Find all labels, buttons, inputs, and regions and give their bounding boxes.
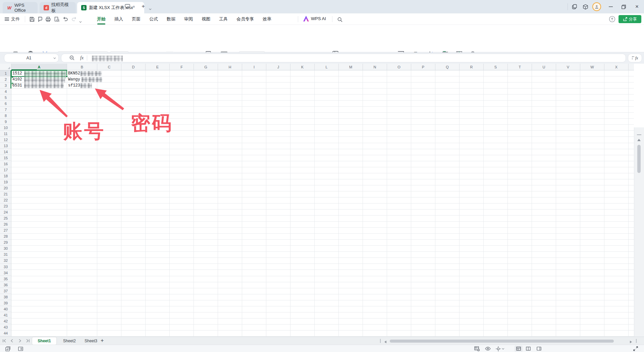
column-header-P[interactable]: P	[411, 64, 435, 70]
row-header-17[interactable]: 17	[0, 167, 11, 173]
row-header-14[interactable]: 14	[0, 149, 11, 155]
page-layout-view-button[interactable]	[526, 346, 531, 351]
row-header-1[interactable]: 1	[0, 70, 11, 76]
first-sheet-icon[interactable]	[2, 338, 7, 343]
column-header-B[interactable]: B	[67, 64, 97, 70]
menu-item-数据[interactable]: 数据	[162, 13, 180, 25]
row-header-11[interactable]: 11	[0, 131, 11, 137]
macro-icon[interactable]	[5, 346, 11, 351]
menu-item-视图[interactable]: 视图	[197, 13, 215, 25]
new-tab-button[interactable]: +	[142, 3, 145, 10]
row-header-21[interactable]: 21	[0, 191, 11, 197]
menu-item-审阅[interactable]: 审阅	[180, 13, 197, 25]
row-header-22[interactable]: 22	[0, 197, 11, 203]
row-header-18[interactable]: 18	[0, 173, 11, 179]
positioning-icon[interactable]	[496, 346, 503, 351]
hscroll-split-handle[interactable]	[380, 339, 381, 343]
row-header-13[interactable]: 13	[0, 143, 11, 149]
row-header-7[interactable]: 7	[0, 107, 11, 113]
row-header-8[interactable]: 8	[0, 113, 11, 119]
row-header-34[interactable]: 34	[0, 270, 11, 276]
sheet-tab-Sheet3[interactable]: Sheet3	[81, 337, 101, 345]
scroll-up-icon[interactable]	[637, 139, 641, 141]
row-header-35[interactable]: 35	[0, 276, 11, 282]
column-header-W[interactable]: W	[580, 64, 604, 70]
formula-bar-expand-button[interactable]: fx	[628, 54, 642, 62]
prev-sheet-icon[interactable]	[9, 338, 14, 343]
scroll-right-icon[interactable]	[630, 339, 632, 345]
column-header-V[interactable]: V	[556, 64, 580, 70]
column-header-I[interactable]: I	[242, 64, 266, 70]
row-header-15[interactable]: 15	[0, 155, 11, 161]
row-header-33[interactable]: 33	[0, 264, 11, 270]
menu-item-插入[interactable]: 插入	[110, 13, 127, 25]
outline-icon[interactable]	[18, 346, 23, 351]
wps-ai-button[interactable]: WPS AI	[303, 16, 326, 21]
sheet-tab-Sheet2[interactable]: Sheet2	[60, 337, 79, 345]
row-header-16[interactable]: 16	[0, 161, 11, 167]
split-handle[interactable]	[637, 134, 641, 135]
column-header-U[interactable]: U	[532, 64, 556, 70]
column-header-X[interactable]: X	[604, 64, 629, 70]
user-avatar[interactable]	[592, 2, 601, 11]
print-preview-icon[interactable]	[53, 15, 60, 23]
minimize-button[interactable]	[606, 3, 616, 11]
app-tab-docer[interactable]: d 找稻壳模板	[40, 2, 76, 13]
undo-icon[interactable]	[62, 15, 69, 23]
cells-area[interactable]: 1512BKN524102Wangy6531sf123	[11, 70, 634, 337]
column-header-C[interactable]: C	[97, 64, 121, 70]
eye-icon[interactable]	[485, 346, 491, 351]
row-header-29[interactable]: 29	[0, 240, 11, 246]
row-header-31[interactable]: 31	[0, 252, 11, 258]
page-break-view-button[interactable]	[537, 346, 541, 351]
normal-view-button[interactable]	[515, 346, 523, 352]
table-settings-icon[interactable]	[474, 346, 480, 351]
menu-item-会员专享[interactable]: 会员专享	[232, 13, 258, 25]
row-header-20[interactable]: 20	[0, 185, 11, 191]
row-header-37[interactable]: 37	[0, 288, 11, 294]
quickbar-chevron-icon[interactable]	[79, 18, 81, 24]
row-header-9[interactable]: 9	[0, 119, 11, 125]
cell-B1[interactable]: BKN52	[68, 71, 80, 76]
row-header-25[interactable]: 25	[0, 216, 11, 222]
column-header-R[interactable]: R	[460, 64, 484, 70]
column-header-D[interactable]: D	[121, 64, 146, 70]
vertical-scroll-thumb[interactable]	[637, 145, 641, 173]
menu-item-页面[interactable]: 页面	[127, 13, 145, 25]
column-header-K[interactable]: K	[290, 64, 315, 70]
cell-B2[interactable]: Wangy	[68, 77, 80, 82]
row-header-36[interactable]: 36	[0, 282, 11, 288]
scroll-left-icon[interactable]	[384, 339, 386, 345]
workspace-icon[interactable]	[570, 3, 580, 11]
print-icon[interactable]	[44, 15, 52, 23]
row-header-30[interactable]: 30	[0, 246, 11, 252]
select-all-corner[interactable]	[0, 64, 11, 70]
horizontal-scroll-thumb[interactable]	[390, 340, 614, 343]
row-header-43[interactable]: 43	[0, 324, 11, 330]
zoom-formula-icon[interactable]	[69, 55, 75, 61]
row-header-27[interactable]: 27	[0, 228, 11, 234]
row-header-3[interactable]: 3	[0, 82, 11, 89]
tab-list-chevron-icon[interactable]	[149, 5, 151, 11]
menu-item-公式[interactable]: 公式	[145, 13, 162, 25]
row-header-32[interactable]: 32	[0, 258, 11, 264]
row-header-19[interactable]: 19	[0, 179, 11, 185]
share-button[interactable]: 分享	[619, 15, 641, 23]
row-header-5[interactable]: 5	[0, 95, 11, 101]
fullscreen-icon[interactable]	[633, 346, 638, 351]
next-sheet-icon[interactable]	[17, 338, 22, 343]
row-header-2[interactable]: 2	[0, 76, 11, 82]
row-header-10[interactable]: 10	[0, 125, 11, 131]
column-header-J[interactable]: J	[266, 64, 290, 70]
cell-A2[interactable]: 4102	[12, 77, 22, 82]
cell-A3[interactable]: 6531	[12, 83, 22, 89]
column-header-G[interactable]: G	[194, 64, 218, 70]
row-header-42[interactable]: 42	[0, 318, 11, 324]
redo-icon[interactable]	[70, 15, 78, 23]
document-tab-active[interactable]: S 新建 XLSX 工作表.xlsx	[77, 2, 144, 13]
column-header-E[interactable]: E	[146, 64, 170, 70]
close-button[interactable]: ×	[632, 3, 642, 11]
add-sheet-button[interactable]: +	[101, 338, 104, 344]
row-header-40[interactable]: 40	[0, 306, 11, 312]
column-header-F[interactable]: F	[170, 64, 194, 70]
